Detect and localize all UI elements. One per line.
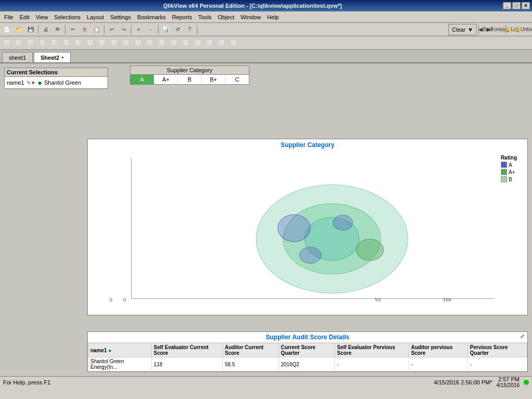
maximize-button[interactable]: □: [512, 2, 521, 9]
tb2-btn20[interactable]: ⬜: [228, 37, 240, 49]
col-self-eval-current: Self Evaluator Current Score: [151, 343, 222, 357]
sep4: [131, 25, 131, 34]
status-time: 2:57 PM: [498, 376, 520, 382]
cs-edit-icon[interactable]: ✎▼: [26, 80, 36, 86]
tb2-btn7[interactable]: ⬜: [73, 37, 84, 49]
menu-selections[interactable]: Selections: [51, 13, 84, 21]
tb2-btn8[interactable]: ⬜: [85, 37, 96, 49]
window-title: QlikView x64 Personal Edition - [C:\qlik…: [2, 3, 503, 9]
reload-button[interactable]: ↺: [172, 24, 183, 35]
tb2-btn12[interactable]: ⬜: [132, 37, 144, 49]
tab-sheet1[interactable]: sheet1: [2, 52, 33, 62]
menu-help[interactable]: Help: [264, 13, 282, 21]
paste-button[interactable]: 📋: [91, 24, 102, 35]
tb2-btn13[interactable]: ⬜: [144, 37, 156, 49]
menu-reports[interactable]: Reports: [169, 13, 195, 21]
svg-text:0: 0: [123, 297, 126, 302]
tb2-btn2[interactable]: ⬜: [13, 37, 24, 49]
tb2-btn19[interactable]: ⬜: [216, 37, 228, 49]
sep5: [158, 25, 158, 34]
toolbar-secondary: ⬜ ⬜ ⬜ ⬜ ⬜ ⬜ ⬜ ⬜ ⬜ ⬜ ⬜ ⬜ ⬜ ⬜ ⬜ ⬜ ⬜ ⬜ ⬜ ⬜: [0, 36, 532, 50]
cs-green-dot: ●: [38, 78, 42, 87]
redo-button[interactable]: ↪: [118, 24, 129, 35]
unlock-button[interactable]: 🔓 Unlock: [520, 24, 531, 35]
svg-text:168: 168: [443, 297, 451, 302]
table-resize-icon[interactable]: ⤢: [520, 334, 524, 339]
tab-sheet2[interactable]: Sheet2 ●: [34, 52, 71, 62]
supplier-category-box: Supplier Category A A+ B B+ C: [130, 65, 249, 85]
table-title-text: Supplier Audit Score Details: [266, 334, 350, 341]
chart-button[interactable]: 📊: [160, 24, 171, 35]
tb2-btn11[interactable]: ⬜: [121, 37, 132, 49]
menu-settings[interactable]: Settings: [107, 13, 134, 21]
menu-view[interactable]: View: [33, 13, 51, 21]
table-row: Shantol Green Energy(In... 118 58.5 2016…: [88, 357, 527, 371]
status-date: 4/15/2016: [497, 382, 520, 388]
print-button[interactable]: 🖨: [40, 24, 51, 35]
table-header-row: name1 ● Self Evaluator Current Score Aud…: [88, 343, 527, 357]
sc-opt-Aplus[interactable]: A+: [154, 75, 178, 84]
tab-sheet2-label: Sheet2: [41, 55, 59, 61]
table-title: Supplier Audit Score Details ⤢: [88, 332, 527, 343]
col-auditor-current: Auditor Current Score: [222, 343, 278, 357]
sc-opt-C[interactable]: C: [225, 75, 249, 84]
tb2-btn15[interactable]: ⬜: [168, 37, 180, 49]
tb2-btn4[interactable]: ⬜: [37, 37, 48, 49]
new-button[interactable]: 📄: [1, 24, 12, 35]
current-selections-header: Current Selections: [5, 68, 108, 77]
zoom-out-button[interactable]: -: [145, 24, 156, 35]
tb2-btn3[interactable]: ⬜: [25, 37, 36, 49]
tab-sheet2-dot: ●: [61, 55, 64, 60]
clear-label: Clear: [452, 26, 466, 33]
open-button[interactable]: 📂: [13, 24, 24, 35]
tb2-btn6[interactable]: ⬜: [61, 37, 72, 49]
menu-object[interactable]: Object: [215, 13, 237, 21]
sc-opt-A[interactable]: A: [130, 75, 154, 84]
tb2-btn16[interactable]: ⬜: [180, 37, 192, 49]
tab-sheet1-label: sheet1: [9, 55, 26, 61]
chart-area: Supplier Category Rating A A+ B 0 53 168: [87, 139, 528, 315]
cut-button[interactable]: ✂: [67, 24, 78, 35]
zoom-in-button[interactable]: +: [133, 24, 144, 35]
chart-svg: 0 53 168 0: [88, 152, 527, 315]
sep2: [65, 25, 65, 34]
sep1: [38, 25, 38, 34]
sc-opt-B[interactable]: B: [178, 75, 202, 84]
svg-point-10: [356, 239, 383, 261]
menu-tools[interactable]: Tools: [195, 13, 215, 21]
window-controls[interactable]: _ □ ✕: [503, 2, 530, 9]
menu-window[interactable]: Window: [237, 13, 264, 21]
menu-file[interactable]: File: [1, 13, 17, 21]
copy-button[interactable]: ⎘: [79, 24, 90, 35]
cell-name1: Shantol Green Energy(In...: [88, 357, 152, 371]
col-name1: name1 ●: [88, 343, 152, 357]
save-button[interactable]: 💾: [25, 24, 36, 35]
forward-button[interactable]: ▶ Forward: [493, 24, 504, 35]
tb2-btn9[interactable]: ⬜: [97, 37, 108, 49]
menu-edit[interactable]: Edit: [17, 13, 33, 21]
minimize-button[interactable]: _: [503, 2, 511, 9]
close-button[interactable]: ✕: [522, 2, 530, 9]
tb2-btn18[interactable]: ⬜: [204, 37, 216, 49]
undo-button[interactable]: ↩: [106, 24, 117, 35]
table-header: name1 ● Self Evaluator Current Score Aud…: [88, 343, 527, 357]
tb2-btn17[interactable]: ⬜: [192, 37, 204, 49]
menu-bookmarks[interactable]: Bookmarks: [134, 13, 169, 21]
help-button[interactable]: ?: [184, 24, 195, 35]
tb2-btn14[interactable]: ⬜: [156, 37, 168, 49]
sc-opt-Bplus[interactable]: B+: [202, 75, 225, 84]
tb2-btn1[interactable]: ⬜: [1, 37, 12, 49]
main-content: Current Selections name1 ✎▼ ● Shantol Gr…: [0, 63, 532, 388]
print-preview-button[interactable]: 👁: [52, 24, 63, 35]
clear-dropdown[interactable]: Clear ▼: [448, 24, 477, 35]
status-help-text: For Help, press F1: [3, 379, 434, 385]
tb2-btn5[interactable]: ⬜: [49, 37, 60, 49]
menu-layout[interactable]: Layout: [84, 13, 107, 21]
svg-point-11: [299, 247, 321, 263]
table-body: Shantol Green Energy(In... 118 58.5 2016…: [88, 357, 527, 371]
col-self-eval-pervious: Self Evaluator Pervious Score: [335, 343, 408, 357]
col-pervious-quarter: Pervious Score Quarter: [468, 343, 527, 357]
cell-self-eval-pervious: -: [335, 357, 408, 371]
tb2-btn10[interactable]: ⬜: [109, 37, 120, 49]
cell-auditor-pervious: -: [409, 357, 468, 371]
